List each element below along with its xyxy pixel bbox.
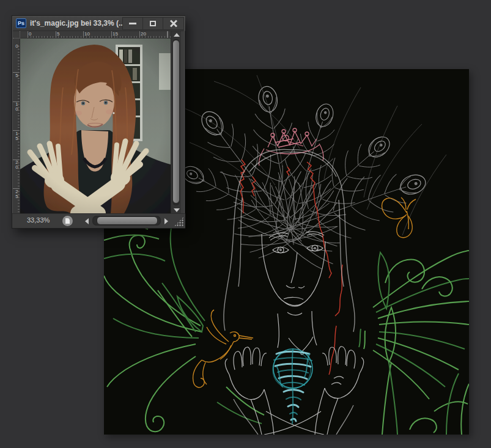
crown-drawing: [259, 128, 323, 166]
peacock-feathers-drawing: [163, 75, 446, 280]
maximize-button[interactable]: [143, 18, 163, 29]
magic-vortex-drawing: [273, 349, 312, 424]
window-resize-grip[interactable]: [174, 217, 183, 226]
ruler-label: 15: [113, 31, 118, 37]
ruler-label: 10: [84, 31, 90, 37]
ruler-label: 20: [141, 31, 146, 37]
ruler-label: 0: [14, 43, 20, 48]
vertical-scrollbar[interactable]: [171, 31, 181, 213]
zoom-level-field[interactable]: 33,33%: [27, 216, 50, 224]
scroll-left-icon[interactable]: [85, 218, 89, 224]
ruler-label: 20: [14, 160, 20, 169]
scroll-down-icon[interactable]: [174, 208, 180, 212]
ruler-label: 5: [14, 73, 20, 78]
ruler-label: 5: [57, 31, 59, 37]
ruler-label: 15: [14, 131, 20, 141]
maximize-icon: [150, 21, 156, 26]
window-title: it's_magic.jpg bei 33,3% (...: [30, 19, 122, 28]
titlebar[interactable]: Ps it's_magic.jpg bei 33,3% (...: [12, 16, 185, 31]
scroll-right-icon[interactable]: [164, 218, 168, 224]
vertical-scroll-thumb[interactable]: [172, 40, 180, 204]
photoshop-app-icon: Ps: [16, 18, 26, 28]
horizontal-scroll-thumb[interactable]: [97, 216, 158, 225]
vertical-ruler[interactable]: 0 5 10 15 20 25: [13, 39, 20, 213]
document-window: Ps it's_magic.jpg bei 33,3% (... 0 5 10 …: [12, 15, 185, 229]
minimize-icon: [129, 23, 136, 24]
scroll-up-icon[interactable]: [174, 33, 180, 37]
horizontal-scroll-track[interactable]: [92, 216, 161, 226]
window-controls: [122, 17, 184, 30]
fern-right-drawing: [359, 251, 469, 435]
portrait-sketch-drawing: [224, 150, 355, 435]
status-bar: 33,33%: [12, 213, 185, 228]
horizontal-ruler[interactable]: 0 5 10 15 20: [20, 31, 171, 39]
ruler-label: 25: [14, 189, 20, 199]
minimize-button[interactable]: [123, 18, 143, 29]
photo-canvas[interactable]: [20, 39, 171, 213]
document-info-icon[interactable]: [62, 216, 73, 226]
photo-content: [20, 39, 171, 213]
ruler-origin-corner[interactable]: [13, 31, 20, 39]
hummingbird-drawing: [193, 310, 253, 387]
ruler-label: 0: [29, 31, 31, 37]
ruler-label: 10: [14, 101, 20, 111]
close-icon: [170, 20, 177, 27]
butterfly-drawing: [382, 197, 416, 238]
close-button[interactable]: [163, 18, 183, 29]
